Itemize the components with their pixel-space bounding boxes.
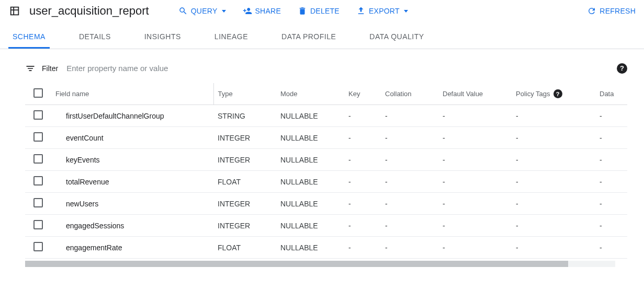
filter-icon xyxy=(25,63,36,74)
delete-button[interactable]: Delete xyxy=(298,6,340,16)
tab-data-profile[interactable]: Data Profile xyxy=(277,26,340,49)
tab-data-quality[interactable]: Data Quality xyxy=(365,26,428,49)
refresh-button[interactable]: Refresh xyxy=(587,6,636,16)
field-name-cell: totalRevenue xyxy=(51,171,213,193)
data-cell: - xyxy=(595,127,627,149)
col-policy-tags[interactable]: Policy Tags ? xyxy=(512,83,595,105)
share-label: Share xyxy=(255,7,281,15)
policy-cell: - xyxy=(512,237,595,259)
field-name-cell: newUsers xyxy=(51,193,213,215)
share-button[interactable]: Share xyxy=(243,6,281,16)
col-field-name[interactable]: Field name xyxy=(51,83,213,105)
collation-cell: - xyxy=(381,149,438,171)
table-row[interactable]: keyEventsINTEGERNULLABLE----- xyxy=(25,149,627,171)
key-cell: - xyxy=(344,105,381,127)
data-cell: - xyxy=(595,237,627,259)
schema-panel: Filter ? Field name Type Mode Key Collat… xyxy=(0,49,644,267)
row-checkbox[interactable] xyxy=(33,176,43,185)
search-icon xyxy=(178,6,188,16)
col-key[interactable]: Key xyxy=(344,83,381,105)
field-name-cell: engagedSessions xyxy=(51,215,213,237)
horizontal-scrollbar[interactable] xyxy=(25,261,615,267)
select-all-checkbox[interactable] xyxy=(33,88,43,98)
filter-label: Filter xyxy=(42,64,58,73)
policy-tags-label: Policy Tags xyxy=(516,90,550,98)
type-cell: INTEGER xyxy=(213,127,276,149)
scrollbar-thumb[interactable] xyxy=(25,261,568,267)
col-data[interactable]: Data xyxy=(595,83,627,105)
filter-bar: Filter ? xyxy=(25,62,627,75)
table-row[interactable]: engagementRateFLOATNULLABLE----- xyxy=(25,237,627,259)
col-type[interactable]: Type xyxy=(213,83,276,105)
field-name-cell: keyEvents xyxy=(51,149,213,171)
collation-cell: - xyxy=(381,127,438,149)
tab-details[interactable]: Details xyxy=(75,26,115,49)
page-header: user_acquisition_report Query Share Dele… xyxy=(0,0,644,22)
col-default-value[interactable]: Default Value xyxy=(438,83,512,105)
table-row[interactable]: eventCountINTEGERNULLABLE----- xyxy=(25,127,627,149)
tab-schema[interactable]: Schema xyxy=(8,26,50,49)
data-cell: - xyxy=(595,149,627,171)
collation-cell: - xyxy=(381,193,438,215)
table-icon xyxy=(8,5,21,17)
export-button[interactable]: Export xyxy=(356,6,408,16)
default-cell: - xyxy=(438,215,512,237)
schema-table-wrapper: Field name Type Mode Key Collation Defau… xyxy=(25,83,627,267)
key-cell: - xyxy=(344,193,381,215)
default-cell: - xyxy=(438,237,512,259)
key-cell: - xyxy=(344,149,381,171)
default-cell: - xyxy=(438,127,512,149)
data-cell: - xyxy=(595,105,627,127)
policy-cell: - xyxy=(512,193,595,215)
type-cell: FLOAT xyxy=(213,171,276,193)
mode-cell: NULLABLE xyxy=(276,215,344,237)
row-checkbox[interactable] xyxy=(33,242,43,251)
mode-cell: NULLABLE xyxy=(276,149,344,171)
default-cell: - xyxy=(438,149,512,171)
type-cell: FLOAT xyxy=(213,237,276,259)
field-name-cell: firstUserDefaultChannelGroup xyxy=(51,105,213,127)
default-cell: - xyxy=(438,171,512,193)
type-cell: INTEGER xyxy=(213,149,276,171)
table-row[interactable]: firstUserDefaultChannelGroupSTRINGNULLAB… xyxy=(25,105,627,127)
table-row[interactable]: engagedSessionsINTEGERNULLABLE----- xyxy=(25,215,627,237)
type-cell: INTEGER xyxy=(213,193,276,215)
data-cell: - xyxy=(595,215,627,237)
person-add-icon xyxy=(243,6,252,16)
key-cell: - xyxy=(344,215,381,237)
policy-cell: - xyxy=(512,127,595,149)
help-icon[interactable]: ? xyxy=(553,89,562,98)
row-checkbox[interactable] xyxy=(33,198,43,207)
query-button[interactable]: Query xyxy=(178,6,226,16)
schema-table: Field name Type Mode Key Collation Defau… xyxy=(25,83,627,259)
default-cell: - xyxy=(438,105,512,127)
tab-insights[interactable]: Insights xyxy=(140,26,185,49)
delete-label: Delete xyxy=(310,7,340,15)
policy-cell: - xyxy=(512,215,595,237)
tab-lineage[interactable]: Lineage xyxy=(210,26,252,49)
export-label: Export xyxy=(369,7,400,15)
tab-bar: Schema Details Insights Lineage Data Pro… xyxy=(0,26,644,49)
data-cell: - xyxy=(595,193,627,215)
policy-cell: - xyxy=(512,171,595,193)
col-collation[interactable]: Collation xyxy=(381,83,438,105)
export-icon xyxy=(356,6,366,16)
table-row[interactable]: totalRevenueFLOATNULLABLE----- xyxy=(25,171,627,193)
key-cell: - xyxy=(344,127,381,149)
row-checkbox[interactable] xyxy=(33,220,43,229)
key-cell: - xyxy=(344,171,381,193)
mode-cell: NULLABLE xyxy=(276,193,344,215)
row-checkbox[interactable] xyxy=(33,132,43,142)
filter-input[interactable] xyxy=(64,62,611,75)
row-checkbox[interactable] xyxy=(33,110,43,120)
mode-cell: NULLABLE xyxy=(276,127,344,149)
header-actions: Query Share Delete Export xyxy=(178,6,408,16)
col-mode[interactable]: Mode xyxy=(276,83,344,105)
table-row[interactable]: newUsersINTEGERNULLABLE----- xyxy=(25,193,627,215)
policy-cell: - xyxy=(512,149,595,171)
data-cell: - xyxy=(595,171,627,193)
help-icon[interactable]: ? xyxy=(617,63,627,74)
row-checkbox[interactable] xyxy=(33,154,43,164)
collation-cell: - xyxy=(381,237,438,259)
collation-cell: - xyxy=(381,171,438,193)
